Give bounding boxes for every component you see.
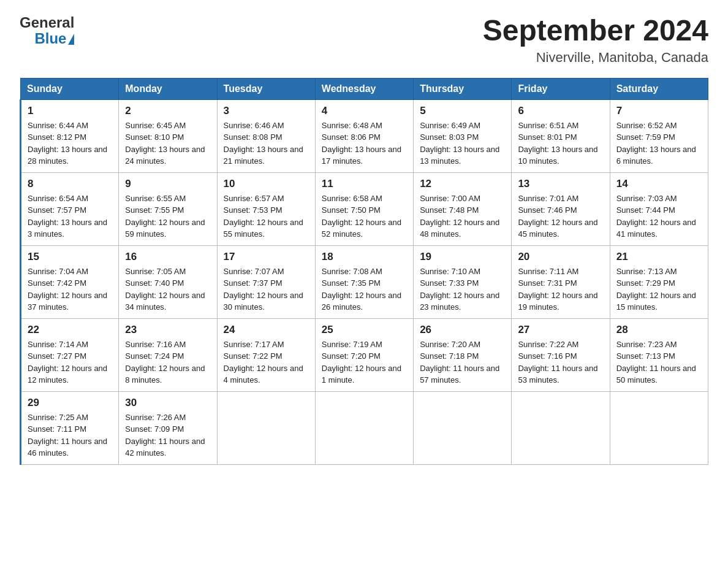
weekday-header-sunday: Sunday bbox=[21, 78, 119, 99]
day-info: Sunrise: 6:45 AMSunset: 8:10 PMDaylight:… bbox=[125, 120, 210, 167]
day-info: Sunrise: 7:05 AMSunset: 7:40 PMDaylight:… bbox=[125, 266, 210, 313]
day-info: Sunrise: 7:11 AMSunset: 7:31 PMDaylight:… bbox=[518, 266, 603, 313]
calendar-day-cell: 22 Sunrise: 7:14 AMSunset: 7:27 PMDaylig… bbox=[21, 318, 119, 391]
day-number: 23 bbox=[125, 324, 210, 336]
calendar-day-cell: 15 Sunrise: 7:04 AMSunset: 7:42 PMDaylig… bbox=[21, 245, 119, 318]
day-number: 3 bbox=[224, 105, 309, 117]
day-info: Sunrise: 6:55 AMSunset: 7:55 PMDaylight:… bbox=[125, 193, 210, 240]
day-number: 29 bbox=[28, 397, 112, 409]
day-number: 2 bbox=[125, 105, 210, 117]
calendar-day-cell: 16 Sunrise: 7:05 AMSunset: 7:40 PMDaylig… bbox=[119, 245, 217, 318]
weekday-header-monday: Monday bbox=[119, 78, 217, 99]
weekday-header-saturday: Saturday bbox=[610, 78, 708, 99]
day-info: Sunrise: 6:57 AMSunset: 7:53 PMDaylight:… bbox=[224, 193, 309, 240]
day-info: Sunrise: 6:52 AMSunset: 7:59 PMDaylight:… bbox=[616, 120, 702, 167]
calendar-week-row: 15 Sunrise: 7:04 AMSunset: 7:42 PMDaylig… bbox=[21, 245, 708, 318]
calendar-day-cell bbox=[315, 391, 413, 464]
day-info: Sunrise: 7:10 AMSunset: 7:33 PMDaylight:… bbox=[420, 266, 505, 313]
day-number: 21 bbox=[616, 251, 702, 263]
day-number: 11 bbox=[322, 178, 407, 190]
calendar-day-cell: 25 Sunrise: 7:19 AMSunset: 7:20 PMDaylig… bbox=[315, 318, 413, 391]
day-number: 26 bbox=[420, 324, 505, 336]
day-info: Sunrise: 7:03 AMSunset: 7:44 PMDaylight:… bbox=[616, 193, 702, 240]
calendar-day-cell: 17 Sunrise: 7:07 AMSunset: 7:37 PMDaylig… bbox=[217, 245, 315, 318]
day-info: Sunrise: 7:25 AMSunset: 7:11 PMDaylight:… bbox=[28, 412, 112, 459]
weekday-header-row: SundayMondayTuesdayWednesdayThursdayFrid… bbox=[21, 78, 708, 99]
day-info: Sunrise: 6:54 AMSunset: 7:57 PMDaylight:… bbox=[28, 193, 112, 240]
day-number: 4 bbox=[322, 105, 407, 117]
day-number: 19 bbox=[420, 251, 505, 263]
day-info: Sunrise: 7:00 AMSunset: 7:48 PMDaylight:… bbox=[420, 193, 505, 240]
calendar-day-cell: 10 Sunrise: 6:57 AMSunset: 7:53 PMDaylig… bbox=[217, 172, 315, 245]
day-number: 15 bbox=[28, 251, 112, 263]
day-info: Sunrise: 7:22 AMSunset: 7:16 PMDaylight:… bbox=[518, 339, 603, 386]
day-number: 10 bbox=[224, 178, 309, 190]
weekday-header-tuesday: Tuesday bbox=[217, 78, 315, 99]
calendar-day-cell: 4 Sunrise: 6:48 AMSunset: 8:06 PMDayligh… bbox=[315, 99, 413, 172]
calendar-day-cell: 30 Sunrise: 7:26 AMSunset: 7:09 PMDaylig… bbox=[119, 391, 217, 464]
day-info: Sunrise: 7:08 AMSunset: 7:35 PMDaylight:… bbox=[322, 266, 407, 313]
logo-mark: General Blue bbox=[20, 15, 74, 47]
day-info: Sunrise: 7:19 AMSunset: 7:20 PMDaylight:… bbox=[322, 339, 407, 386]
calendar-day-cell bbox=[217, 391, 315, 464]
calendar-week-row: 29 Sunrise: 7:25 AMSunset: 7:11 PMDaylig… bbox=[21, 391, 708, 464]
page-header: General Blue September 2024 Niverville, … bbox=[20, 15, 708, 66]
calendar-day-cell: 9 Sunrise: 6:55 AMSunset: 7:55 PMDayligh… bbox=[119, 172, 217, 245]
day-info: Sunrise: 7:01 AMSunset: 7:46 PMDaylight:… bbox=[518, 193, 603, 240]
day-info: Sunrise: 7:13 AMSunset: 7:29 PMDaylight:… bbox=[616, 266, 702, 313]
day-number: 14 bbox=[616, 178, 702, 190]
day-info: Sunrise: 7:04 AMSunset: 7:42 PMDaylight:… bbox=[28, 266, 112, 313]
calendar-day-cell: 28 Sunrise: 7:23 AMSunset: 7:13 PMDaylig… bbox=[610, 318, 708, 391]
day-number: 20 bbox=[518, 251, 603, 263]
day-info: Sunrise: 7:26 AMSunset: 7:09 PMDaylight:… bbox=[125, 412, 210, 459]
day-number: 7 bbox=[616, 105, 702, 117]
day-number: 5 bbox=[420, 105, 505, 117]
calendar-day-cell bbox=[512, 391, 610, 464]
day-info: Sunrise: 6:51 AMSunset: 8:01 PMDaylight:… bbox=[518, 120, 603, 167]
day-info: Sunrise: 7:20 AMSunset: 7:18 PMDaylight:… bbox=[420, 339, 505, 386]
calendar-day-cell: 3 Sunrise: 6:46 AMSunset: 8:08 PMDayligh… bbox=[217, 99, 315, 172]
calendar-day-cell: 8 Sunrise: 6:54 AMSunset: 7:57 PMDayligh… bbox=[21, 172, 119, 245]
calendar-day-cell: 26 Sunrise: 7:20 AMSunset: 7:18 PMDaylig… bbox=[414, 318, 512, 391]
day-info: Sunrise: 6:48 AMSunset: 8:06 PMDaylight:… bbox=[322, 120, 407, 167]
calendar-day-cell: 18 Sunrise: 7:08 AMSunset: 7:35 PMDaylig… bbox=[315, 245, 413, 318]
day-info: Sunrise: 6:44 AMSunset: 8:12 PMDaylight:… bbox=[28, 120, 112, 167]
day-number: 18 bbox=[322, 251, 407, 263]
day-info: Sunrise: 7:16 AMSunset: 7:24 PMDaylight:… bbox=[125, 339, 210, 386]
location-subtitle: Niverville, Manitoba, Canada bbox=[483, 50, 708, 66]
day-number: 12 bbox=[420, 178, 505, 190]
calendar-day-cell: 21 Sunrise: 7:13 AMSunset: 7:29 PMDaylig… bbox=[610, 245, 708, 318]
weekday-header-wednesday: Wednesday bbox=[315, 78, 413, 99]
day-number: 24 bbox=[224, 324, 309, 336]
calendar-day-cell: 1 Sunrise: 6:44 AMSunset: 8:12 PMDayligh… bbox=[21, 99, 119, 172]
weekday-header-thursday: Thursday bbox=[414, 78, 512, 99]
day-number: 27 bbox=[518, 324, 603, 336]
calendar-day-cell bbox=[610, 391, 708, 464]
day-info: Sunrise: 6:46 AMSunset: 8:08 PMDaylight:… bbox=[224, 120, 309, 167]
calendar-week-row: 8 Sunrise: 6:54 AMSunset: 7:57 PMDayligh… bbox=[21, 172, 708, 245]
calendar-day-cell: 11 Sunrise: 6:58 AMSunset: 7:50 PMDaylig… bbox=[315, 172, 413, 245]
day-number: 30 bbox=[125, 397, 210, 409]
calendar-day-cell: 5 Sunrise: 6:49 AMSunset: 8:03 PMDayligh… bbox=[414, 99, 512, 172]
logo-triangle-icon bbox=[68, 34, 74, 45]
day-number: 22 bbox=[28, 324, 112, 336]
calendar-day-cell: 27 Sunrise: 7:22 AMSunset: 7:16 PMDaylig… bbox=[512, 318, 610, 391]
day-number: 28 bbox=[616, 324, 702, 336]
calendar-day-cell: 2 Sunrise: 6:45 AMSunset: 8:10 PMDayligh… bbox=[119, 99, 217, 172]
calendar-day-cell: 29 Sunrise: 7:25 AMSunset: 7:11 PMDaylig… bbox=[21, 391, 119, 464]
day-info: Sunrise: 6:58 AMSunset: 7:50 PMDaylight:… bbox=[322, 193, 407, 240]
calendar-week-row: 1 Sunrise: 6:44 AMSunset: 8:12 PMDayligh… bbox=[21, 99, 708, 172]
day-number: 1 bbox=[28, 105, 112, 117]
logo-blue: Blue bbox=[34, 31, 66, 47]
calendar-day-cell: 24 Sunrise: 7:17 AMSunset: 7:22 PMDaylig… bbox=[217, 318, 315, 391]
day-number: 9 bbox=[125, 178, 210, 190]
calendar-day-cell: 7 Sunrise: 6:52 AMSunset: 7:59 PMDayligh… bbox=[610, 99, 708, 172]
calendar-day-cell: 6 Sunrise: 6:51 AMSunset: 8:01 PMDayligh… bbox=[512, 99, 610, 172]
day-info: Sunrise: 7:14 AMSunset: 7:27 PMDaylight:… bbox=[28, 339, 112, 386]
day-number: 13 bbox=[518, 178, 603, 190]
calendar-week-row: 22 Sunrise: 7:14 AMSunset: 7:27 PMDaylig… bbox=[21, 318, 708, 391]
calendar-day-cell: 13 Sunrise: 7:01 AMSunset: 7:46 PMDaylig… bbox=[512, 172, 610, 245]
title-block: September 2024 Niverville, Manitoba, Can… bbox=[483, 15, 708, 66]
weekday-header-friday: Friday bbox=[512, 78, 610, 99]
day-number: 16 bbox=[125, 251, 210, 263]
